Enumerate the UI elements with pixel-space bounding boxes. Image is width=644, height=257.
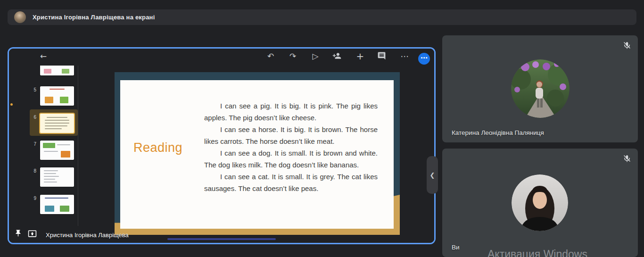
participant-tile-self[interactable]: Ви (442, 149, 638, 257)
shared-screen-tile[interactable]: ← ↶ ↷ ▷ + ⋯ ⋯ 5 (8, 47, 436, 244)
mic-off-icon (623, 154, 631, 163)
person-add-icon[interactable] (332, 51, 341, 60)
slide-thumbnail-6[interactable] (40, 114, 74, 133)
slide-title: Reading (133, 141, 182, 155)
thumbnail-art (61, 151, 70, 158)
mic-off-icon (623, 41, 631, 50)
horizontal-scrollbar[interactable] (167, 238, 276, 240)
thumbnail-art (45, 206, 54, 212)
windows-activation-watermark: Активация Windows (487, 248, 587, 257)
thumbnail-art (44, 151, 58, 152)
slide-text: I can see a pig. It is big. It is pink. … (204, 100, 378, 194)
slide-number: 6 (28, 115, 36, 120)
meet-window: Христина Ігорівна Лавріщева на екрані ← … (0, 0, 644, 257)
thumbnail-art (45, 97, 53, 103)
slide-number: 8 (28, 168, 36, 174)
slide-number: 9 (28, 196, 36, 201)
slide-canvas: Reading I can see a pig. It is big. It i… (115, 72, 400, 235)
participant-name: Ви (452, 244, 460, 251)
thumbnail-art (44, 69, 51, 74)
thumbnail-art (43, 143, 55, 148)
thumbnail-art (44, 182, 57, 182)
present-button[interactable]: ▷ (310, 50, 321, 62)
slide-paragraph: I can see a cat. It is small. It is grey… (204, 171, 378, 194)
slide-thumbnail-8[interactable] (40, 167, 74, 187)
pin-icon[interactable] (14, 229, 22, 237)
participant-avatar (511, 59, 570, 118)
participant-name: Катерина Леонідівна Паляниця (452, 129, 544, 136)
screenshare-banner: Христина Ігорівна Лавріщева на екрані (8, 9, 636, 25)
slide-paragraph: I can see a dog. It is small. It is brow… (204, 147, 378, 171)
insert-button[interactable]: + (355, 50, 366, 62)
participant-avatar (512, 174, 568, 231)
slide-number: 7 (28, 141, 36, 147)
participant-tile-katerina[interactable]: Катерина Леонідівна Паляниця (442, 35, 638, 142)
thumbnail-art (60, 206, 69, 212)
thumbnail-art (50, 89, 65, 90)
thumbnail-art (62, 69, 69, 74)
more-options-button[interactable]: ⋯ (399, 50, 410, 62)
presenter-avatar (14, 11, 26, 23)
thumbnail-art (45, 198, 68, 199)
thumbnail-art (45, 125, 67, 126)
slides-app: ← ↶ ↷ ▷ + ⋯ ⋯ 5 (9, 49, 434, 243)
thumbnail-art (57, 144, 70, 145)
slide-thumbnail-partial[interactable] (40, 66, 74, 75)
undo-button[interactable]: ↶ (265, 50, 276, 62)
thumbnail-art (44, 179, 55, 180)
overflow-blue-button[interactable]: ⋯ (418, 53, 430, 65)
slide-thumbnail-9[interactable] (40, 195, 74, 214)
back-button[interactable]: ← (38, 50, 49, 62)
thumbnail-art (45, 128, 62, 129)
slide-thumbnail-7[interactable] (40, 141, 74, 160)
slide-paragraph: I can see a pig. It is big. It is pink. … (204, 100, 378, 124)
thumbnail-art (45, 123, 69, 124)
thumbnail-art (60, 97, 68, 103)
slide-paragraph: I can see a horse. It is big. It is brow… (204, 124, 378, 147)
screenshare-banner-text: Христина Ігорівна Лавріщева на екрані (33, 14, 155, 21)
slide-content-panel: Reading I can see a pig. It is big. It i… (120, 80, 394, 229)
thumbnail-art (44, 173, 56, 174)
slide-thumbnail-5[interactable] (40, 86, 74, 106)
thumbnail-art (45, 120, 69, 121)
slide-filmstrip: 5 6 7 (9, 66, 78, 226)
redo-button[interactable]: ↷ (287, 50, 298, 62)
collapse-panel-handle[interactable]: ❮ (427, 156, 438, 194)
present-to-screen-icon[interactable] (28, 229, 37, 238)
thumbnail-art (44, 176, 59, 177)
thumbnail-art (47, 117, 67, 118)
comment-icon[interactable] (377, 51, 386, 60)
presenter-name-label: Христина Ігорівна Лавріщева (46, 232, 129, 239)
slide-number: 5 (28, 87, 36, 92)
thumbnail-art (44, 170, 58, 171)
